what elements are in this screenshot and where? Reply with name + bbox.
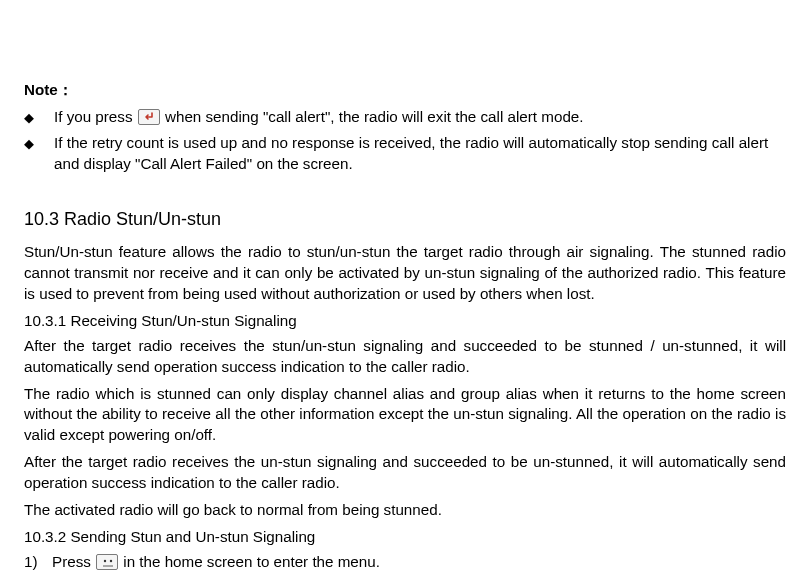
note-bullet-1: ◆ If you press when sending "call alert"…	[24, 107, 786, 128]
section-10-3-intro: Stun/Un-stun feature allows the radio to…	[24, 242, 786, 305]
bullet-diamond: ◆	[24, 133, 54, 175]
note-title: Note：	[24, 80, 786, 101]
section-10-3-2-heading: 10.3.2 Sending Stun and Un-stun Signalin…	[24, 527, 786, 548]
step-1-post: in the home screen to enter the menu.	[123, 553, 380, 570]
section-10-3-1-p1: After the target radio receives the stun…	[24, 336, 786, 378]
step-1: 1) Press in the home screen to enter the…	[24, 552, 786, 573]
bullet-diamond: ◆	[24, 107, 54, 128]
svg-point-1	[110, 560, 112, 562]
note-bullet-1-text: If you press when sending "call alert", …	[54, 107, 786, 128]
svg-point-0	[104, 560, 106, 562]
note-bullet-2-text: If the retry count is used up and no res…	[54, 133, 786, 175]
section-10-3-1-heading: 10.3.1 Receiving Stun/Un-stun Signaling	[24, 311, 786, 332]
note-b1-post: when sending "call alert", the radio wil…	[165, 108, 584, 125]
step-1-text: Press in the home screen to enter the me…	[52, 552, 786, 573]
section-10-3-1-p4: The activated radio will go back to norm…	[24, 500, 786, 521]
step-1-pre: Press	[52, 553, 95, 570]
section-10-3-1-p3: After the target radio receives the un-s…	[24, 452, 786, 494]
step-1-num: 1)	[24, 552, 52, 573]
enter-key-icon	[138, 109, 160, 125]
note-b1-pre: If you press	[54, 108, 133, 125]
menu-key-icon	[96, 554, 118, 570]
note-bullet-2: ◆ If the retry count is used up and no r…	[24, 133, 786, 175]
section-10-3-1-p2: The radio which is stunned can only disp…	[24, 384, 786, 447]
section-10-3-heading: 10.3 Radio Stun/Un-stun	[24, 207, 786, 232]
